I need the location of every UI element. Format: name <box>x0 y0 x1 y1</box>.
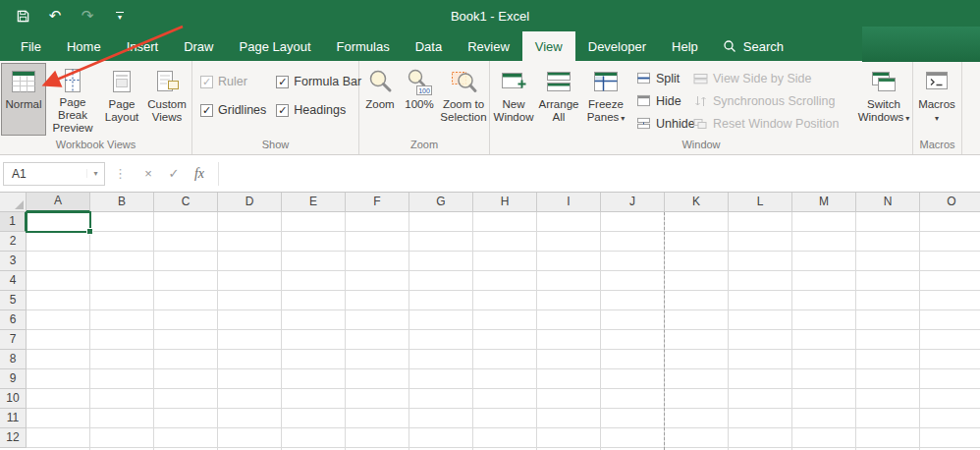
cancel-button[interactable]: × <box>136 166 161 181</box>
row-header-11[interactable]: 11 <box>0 409 27 428</box>
formula-bar-drag-handle: ⋮ <box>105 166 136 181</box>
tab-review[interactable]: Review <box>455 31 522 61</box>
ribbon: Normal Page Break Preview Page Layout Cu… <box>0 61 980 155</box>
enter-button[interactable]: ✓ <box>161 166 187 181</box>
save-icon[interactable] <box>14 7 31 25</box>
page-break-preview-icon <box>58 67 87 94</box>
row-header-7[interactable]: 7 <box>0 330 27 350</box>
page-break-preview-button[interactable]: Page Break Preview <box>46 63 99 136</box>
insert-function-button[interactable]: fx <box>187 166 212 182</box>
tab-developer[interactable]: Developer <box>575 31 659 61</box>
macros-button[interactable]: Macros ▾ <box>914 63 959 136</box>
headings-checkbox[interactable]: ✓ Headings <box>276 103 361 117</box>
new-window-button[interactable]: New Window <box>491 63 536 136</box>
redo-icon: ↷ <box>79 7 96 25</box>
select-all-corner[interactable] <box>0 193 27 212</box>
zoom-100-button[interactable]: 100 100% <box>400 63 439 136</box>
row-header-8[interactable]: 8 <box>0 350 27 369</box>
row-header-1[interactable]: 1 <box>0 212 27 232</box>
row-header-3[interactable]: 3 <box>0 252 27 271</box>
formula-bar-checkbox-box: ✓ <box>276 76 289 88</box>
column-header-C[interactable]: C <box>154 193 218 212</box>
ribbon-tab-bar: FileHomeInsertDrawPage LayoutFormulasDat… <box>0 31 980 61</box>
tab-formulas[interactable]: Formulas <box>324 31 403 61</box>
ruler-checkbox-label: Ruler <box>218 75 247 88</box>
formula-input[interactable] <box>218 162 980 186</box>
freeze-panes-button[interactable]: Freeze Panes▾ <box>581 63 630 136</box>
row-header-5[interactable]: 5 <box>0 291 27 310</box>
column-header-D[interactable]: D <box>218 193 282 212</box>
row-header-6[interactable]: 6 <box>0 310 27 330</box>
hide-icon <box>636 94 651 107</box>
name-box-dropdown-icon[interactable]: ▾ <box>86 169 104 178</box>
column-header-K[interactable]: K <box>665 193 729 212</box>
split-button[interactable]: Split <box>636 69 683 87</box>
zoom-group-label: Zoom <box>359 138 489 154</box>
zoom-to-selection-button[interactable]: Zoom to Selection <box>439 63 488 136</box>
row-header-10[interactable]: 10 <box>0 389 27 409</box>
undo-icon[interactable]: ↶ <box>46 7 64 25</box>
page-break-line <box>664 212 665 450</box>
row-header-2[interactable]: 2 <box>0 232 27 252</box>
unhide-button[interactable]: Unhide <box>636 114 683 133</box>
row-header-9[interactable]: 9 <box>0 369 27 389</box>
column-header-L[interactable]: L <box>729 193 792 212</box>
svg-text:100: 100 <box>418 87 430 94</box>
column-header-H[interactable]: H <box>473 193 537 212</box>
reset-window-position-icon <box>693 118 708 130</box>
tab-data[interactable]: Data <box>403 31 455 61</box>
page-layout-view-button[interactable]: Page Layout <box>99 63 144 136</box>
gridlines-checkbox[interactable]: ✓ Gridlines <box>200 103 266 117</box>
formula-bar-checkbox[interactable]: ✓ Formula Bar <box>276 75 361 88</box>
column-header-I[interactable]: I <box>537 193 601 212</box>
name-box[interactable]: A1 ▾ <box>3 162 105 186</box>
row-headers: 123456789101112 <box>0 212 27 450</box>
column-header-B[interactable]: B <box>90 193 154 212</box>
normal-view-icon <box>9 67 38 96</box>
zoom-icon <box>365 67 395 96</box>
switch-windows-button[interactable]: Switch Windows▾ <box>856 63 911 136</box>
column-header-F[interactable]: F <box>346 193 409 212</box>
search-box[interactable]: Search <box>711 31 795 61</box>
zoom-button[interactable]: Zoom <box>360 63 400 136</box>
page-layout-view-icon <box>107 67 136 96</box>
new-window-label: New Window <box>492 98 535 124</box>
group-workbook-views: Normal Page Break Preview Page Layout Cu… <box>0 61 192 154</box>
column-headers: ABCDEFGHIJKLMNO <box>27 193 980 212</box>
macros-icon <box>922 67 952 96</box>
column-header-N[interactable]: N <box>856 193 920 212</box>
title-bar: ↶ ↷ ▾ Book1 - Excel <box>0 0 980 31</box>
row-header-4[interactable]: 4 <box>0 271 27 291</box>
custom-views-button[interactable]: Custom Views <box>144 63 190 136</box>
column-header-J[interactable]: J <box>601 193 665 212</box>
normal-view-button[interactable]: Normal <box>1 63 46 136</box>
column-header-G[interactable]: G <box>409 193 473 212</box>
tab-page-layout[interactable]: Page Layout <box>227 31 324 61</box>
zoom-to-selection-icon <box>449 67 478 96</box>
tab-help[interactable]: Help <box>659 31 711 61</box>
column-header-O[interactable]: O <box>920 193 980 212</box>
row-header-12[interactable]: 12 <box>0 428 27 448</box>
search-icon <box>723 39 736 53</box>
page-break-preview-label: Page Break Preview <box>47 96 98 135</box>
macros-group-label: Macros <box>913 138 961 154</box>
freeze-panes-caret-icon: ▾ <box>621 114 625 123</box>
tab-insert[interactable]: Insert <box>114 31 172 61</box>
column-header-E[interactable]: E <box>282 193 346 212</box>
tab-home[interactable]: Home <box>54 31 114 61</box>
synchronous-scrolling-button: Synchronous Scrolling <box>693 91 852 110</box>
show-group-label: Show <box>192 138 358 154</box>
column-header-A[interactable]: A <box>27 193 90 212</box>
hide-label: Hide <box>656 94 681 108</box>
hide-button[interactable]: Hide <box>636 91 683 110</box>
column-header-M[interactable]: M <box>792 193 856 212</box>
cells-area[interactable] <box>27 212 980 450</box>
arrange-all-button[interactable]: Arrange All <box>536 63 581 136</box>
macros-label: Macros <box>918 98 955 111</box>
tab-file[interactable]: File <box>8 31 54 61</box>
ruler-checkbox[interactable]: ✓ Ruler <box>200 75 266 88</box>
freeze-panes-label: Freeze Panes▾ <box>582 98 629 125</box>
tab-draw[interactable]: Draw <box>171 31 226 61</box>
customize-quick-access-icon[interactable]: ▾ <box>111 7 129 25</box>
tab-view[interactable]: View <box>522 31 575 61</box>
